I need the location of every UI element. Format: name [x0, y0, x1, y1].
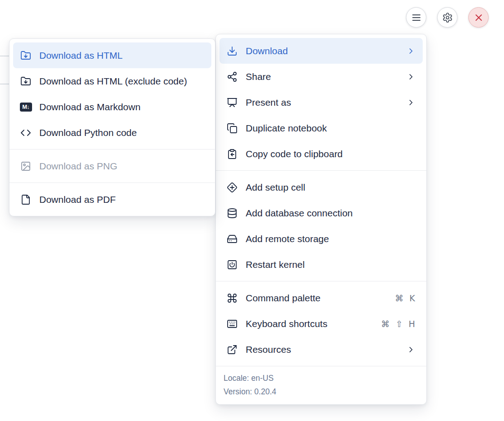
- hard-drive-icon: [227, 234, 238, 244]
- command-icon: [227, 293, 238, 304]
- markdown-badge: M↓: [20, 103, 32, 112]
- share-icon: [227, 71, 238, 82]
- notebook-actions-menu: Download Share Present as Duplicate note…: [215, 34, 427, 405]
- power-square-icon: [227, 259, 238, 270]
- menu-item-download-python-code[interactable]: Download Python code: [13, 120, 211, 145]
- notebook-menu-button[interactable]: [406, 7, 426, 28]
- menu-divider: [9, 149, 215, 150]
- markdown-icon: M↓: [20, 102, 31, 112]
- menu-item-download-as-png: Download as PNG: [13, 153, 211, 179]
- menu-item-resources[interactable]: Resources: [219, 337, 423, 362]
- shutdown-button[interactable]: [468, 7, 489, 28]
- menu-item-label: Add database connection: [246, 208, 415, 219]
- menu-item-label: Command palette: [246, 293, 387, 304]
- menu-item-command-palette[interactable]: Command palette ⌘ K: [219, 285, 423, 311]
- menu-item-label: Download as PNG: [39, 161, 204, 172]
- settings-button[interactable]: [437, 7, 457, 28]
- keyboard-icon: [227, 318, 238, 329]
- menu-item-label: Download: [246, 46, 398, 56]
- presentation-icon: [227, 97, 238, 108]
- menu-divider: [216, 170, 426, 171]
- folder-down-icon: [20, 76, 31, 87]
- menu-item-label: Download as PDF: [39, 194, 204, 205]
- shortcut-hint: ⌘ ⇧ H: [381, 319, 415, 329]
- menu-item-share[interactable]: Share: [219, 64, 423, 89]
- menu-item-label: Keyboard shortcuts: [246, 318, 373, 329]
- chevron-right-icon: [406, 72, 415, 81]
- menu-item-add-remote-storage[interactable]: Add remote storage: [219, 226, 423, 252]
- gear-icon: [442, 12, 453, 23]
- background-cell-border: [0, 84, 9, 84]
- download-submenu: Download as HTML Download as HTML (exclu…: [9, 38, 215, 216]
- menu-item-label: Download as HTML: [39, 50, 204, 61]
- menu-item-label: Copy code to clipboard: [246, 149, 415, 159]
- version-text: Version: 0.20.4: [224, 385, 419, 398]
- chevron-right-icon: [406, 345, 415, 354]
- menu-item-label: Download Python code: [39, 127, 204, 138]
- menu-item-download-as-markdown[interactable]: M↓ Download as Markdown: [13, 94, 211, 120]
- menu-item-label: Add setup cell: [246, 182, 415, 193]
- folder-down-icon: [20, 50, 31, 61]
- menu-item-label: Download as HTML (exclude code): [39, 76, 204, 87]
- menu-item-add-database-connection[interactable]: Add database connection: [219, 200, 423, 226]
- menu-item-present-as[interactable]: Present as: [219, 89, 423, 115]
- menu-item-download-as-html-exclude-code[interactable]: Download as HTML (exclude code): [13, 68, 211, 94]
- menu-item-download-as-html[interactable]: Download as HTML: [13, 42, 211, 68]
- close-icon: [473, 12, 484, 23]
- menu-item-add-setup-cell[interactable]: Add setup cell: [219, 174, 423, 200]
- menu-item-download[interactable]: Download: [219, 38, 423, 64]
- locale-text: Locale: en-US: [224, 371, 419, 385]
- menu-item-label: Add remote storage: [246, 234, 415, 244]
- copy-icon: [227, 123, 238, 134]
- image-icon: [20, 161, 31, 172]
- clipboard-arrow-icon: [227, 149, 238, 159]
- external-link-icon: [227, 344, 238, 355]
- menu-item-label: Resources: [246, 344, 398, 355]
- download-icon: [227, 46, 238, 56]
- hamburger-icon: [411, 12, 422, 23]
- menu-item-download-as-pdf[interactable]: Download as PDF: [13, 187, 211, 212]
- menu-item-keyboard-shortcuts[interactable]: Keyboard shortcuts ⌘ ⇧ H: [219, 311, 423, 337]
- chevron-right-icon: [406, 47, 415, 56]
- menu-item-label: Download as Markdown: [39, 102, 204, 112]
- chevron-right-icon: [406, 98, 415, 107]
- menu-item-label: Duplicate notebook: [246, 123, 415, 134]
- menu-item-restart-kernel[interactable]: Restart kernel: [219, 252, 423, 277]
- background-cell-border: [0, 56, 9, 56]
- menu-divider: [9, 182, 215, 183]
- menu-item-label: Present as: [246, 97, 398, 108]
- menu-item-duplicate-notebook[interactable]: Duplicate notebook: [219, 115, 423, 141]
- menu-footer: Locale: en-US Version: 0.20.4: [216, 366, 426, 404]
- menu-item-copy-code-to-clipboard[interactable]: Copy code to clipboard: [219, 141, 423, 167]
- menu-item-label: Share: [246, 71, 398, 82]
- diamond-plus-icon: [227, 182, 238, 193]
- menu-divider: [216, 281, 426, 281]
- file-icon: [20, 194, 31, 205]
- shortcut-hint: ⌘ K: [395, 293, 416, 303]
- code-icon: [20, 127, 31, 138]
- menu-item-label: Restart kernel: [246, 259, 415, 270]
- database-icon: [227, 208, 238, 219]
